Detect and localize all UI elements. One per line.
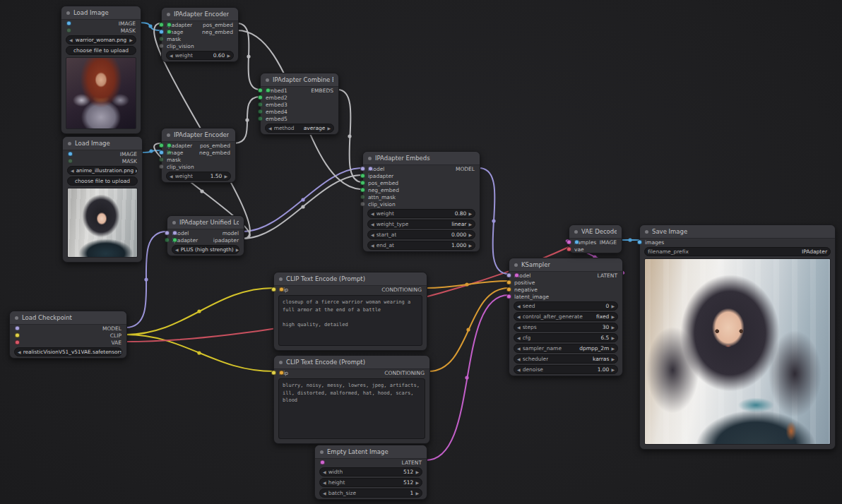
- input-slot-image[interactable]: [159, 150, 164, 155]
- input-slot-embed4[interactable]: [258, 109, 263, 114]
- widget-weight[interactable]: ◀weight1.50▶: [166, 172, 231, 181]
- output-slot-LATENT[interactable]: [514, 273, 519, 278]
- stepper-right-icon[interactable]: ▶: [611, 336, 615, 340]
- widget-start_at[interactable]: ◀start_at0.000▶: [367, 230, 475, 239]
- node-title-bar[interactable]: VAE Decode: [569, 225, 622, 239]
- input-slot-clip_vision[interactable]: [159, 44, 164, 49]
- output-slot-IMAGE[interactable]: [66, 21, 71, 26]
- collapse-dot-icon[interactable]: [320, 450, 324, 454]
- output-slot-MODEL[interactable]: [15, 326, 20, 331]
- stepper-right-icon[interactable]: ▶: [611, 357, 615, 361]
- widget-denoise[interactable]: ◀denoise1.00▶: [514, 365, 618, 374]
- collapse-dot-icon[interactable]: [266, 78, 269, 82]
- input-slot-ipadapter[interactable]: [159, 143, 164, 148]
- widget-weight[interactable]: ◀weight0.60▶: [166, 51, 234, 60]
- stepper-right-icon[interactable]: ▶: [611, 315, 615, 319]
- node-load-image-1[interactable]: Load ImageIMAGEMASK◀warrior_woman.png▶ch…: [61, 6, 141, 134]
- input-slot-mask[interactable]: [159, 157, 164, 162]
- node-title-bar[interactable]: Save Image: [640, 225, 835, 239]
- stepper-right-icon[interactable]: ▶: [611, 325, 615, 330]
- output-slot-VAE[interactable]: [15, 340, 20, 345]
- node-load-image-2[interactable]: Load ImageIMAGEMASK◀anime_illustration.p…: [62, 136, 143, 263]
- output-slot-model[interactable]: [172, 231, 177, 236]
- input-slot-attn_mask[interactable]: [360, 195, 365, 200]
- stepper-left-icon[interactable]: ◀: [71, 169, 74, 173]
- node-title-bar[interactable]: Load Image: [61, 6, 141, 20]
- input-slot-model[interactable]: [506, 273, 511, 278]
- stepper-left-icon[interactable]: ◀: [517, 336, 521, 340]
- stepper-left-icon[interactable]: ◀: [371, 233, 374, 237]
- stepper-right-icon[interactable]: ▶: [468, 222, 472, 227]
- stepper-left-icon[interactable]: ◀: [371, 222, 374, 227]
- stepper-left-icon[interactable]: ◀: [170, 54, 173, 58]
- collapse-dot-icon[interactable]: [279, 361, 283, 364]
- stepper-left-icon[interactable]: ◀: [517, 347, 521, 351]
- input-slot-images[interactable]: [637, 240, 642, 245]
- widget-method[interactable]: ◀methodaverage▶: [265, 124, 334, 133]
- stepper-right-icon[interactable]: ▶: [611, 304, 615, 308]
- input-slot-clip[interactable]: [271, 371, 276, 376]
- output-slot-MASK[interactable]: [66, 28, 71, 33]
- output-slot-ipadapter[interactable]: [172, 238, 177, 243]
- input-slot-negative[interactable]: [506, 287, 511, 292]
- node-empty-latent-image[interactable]: Empty Latent ImageLATENT◀width512▶◀heigh…: [314, 445, 427, 500]
- stepper-right-icon[interactable]: ▶: [468, 212, 472, 216]
- stepper-left-icon[interactable]: ◀: [18, 350, 21, 354]
- widget-value[interactable]: ◀anime_illustration.png▶: [67, 166, 138, 175]
- stepper-left-icon[interactable]: ◀: [371, 244, 374, 248]
- input-slot-embed1[interactable]: [258, 88, 263, 93]
- widget-height[interactable]: ◀height512▶: [319, 478, 422, 487]
- upload-button[interactable]: choose file to upload: [67, 176, 138, 186]
- stepper-left-icon[interactable]: ◀: [268, 126, 272, 131]
- prompt-text[interactable]: blurry, noisy, messy, lowres, jpeg, arti…: [278, 378, 425, 439]
- output-slot-MASK[interactable]: [68, 159, 73, 164]
- output-slot-IMAGE[interactable]: [68, 152, 73, 157]
- node-ipadapter-encoder-2[interactable]: IPAdapter Encoderipadapterpos_embedimage…: [161, 128, 236, 183]
- stepper-right-icon[interactable]: ▶: [415, 491, 419, 496]
- node-title-bar[interactable]: CLIP Text Encode (Prompt): [274, 272, 427, 286]
- stepper-left-icon[interactable]: ◀: [517, 315, 521, 319]
- input-slot-ipadapter[interactable]: [165, 238, 170, 243]
- node-graph-canvas[interactable]: Load ImageIMAGEMASK◀warrior_woman.png▶ch…: [0, 0, 842, 504]
- output-slot-CONDITIONING[interactable]: [279, 287, 284, 292]
- input-slot-samples[interactable]: [567, 240, 571, 245]
- input-slot-positive[interactable]: [506, 280, 511, 285]
- stepper-left-icon[interactable]: ◀: [517, 304, 521, 308]
- input-slot-clip_vision[interactable]: [159, 164, 164, 169]
- stepper-right-icon[interactable]: ▶: [227, 54, 230, 58]
- widget-scheduler[interactable]: ◀schedulerkarras▶: [514, 354, 618, 364]
- collapse-dot-icon[interactable]: [279, 277, 283, 281]
- stepper-right-icon[interactable]: ▶: [224, 174, 227, 179]
- stepper-right-icon[interactable]: ▶: [468, 244, 472, 248]
- node-save-image[interactable]: Save Imageimagesfilename_prefixIPAdapter: [639, 224, 836, 450]
- input-slot-clip[interactable]: [271, 287, 276, 292]
- node-title-bar[interactable]: Load Checkpoint: [10, 311, 126, 325]
- collapse-dot-icon[interactable]: [167, 13, 170, 16]
- output-slot-EMBEDS[interactable]: [266, 88, 271, 93]
- input-slot-clip_vision[interactable]: [360, 202, 365, 207]
- node-load-checkpoint[interactable]: Load CheckpointMODELCLIPVAE◀realisticVis…: [9, 311, 127, 359]
- output-slot-MODEL[interactable]: [368, 167, 373, 172]
- collapse-dot-icon[interactable]: [15, 316, 18, 320]
- collapse-dot-icon[interactable]: [368, 157, 372, 160]
- node-vae-decode[interactable]: VAE DecodesamplesIMAGEvae: [569, 224, 622, 253]
- stepper-left-icon[interactable]: ◀: [175, 248, 179, 252]
- collapse-dot-icon[interactable]: [172, 221, 176, 224]
- input-slot-latent_image[interactable]: [506, 294, 511, 299]
- widget-value[interactable]: ◀realisticVisionV51_v51VAE.safetensors▶: [14, 347, 122, 356]
- widget-batch_size[interactable]: ◀batch_size1▶: [319, 488, 422, 498]
- upload-button[interactable]: choose file to upload: [66, 46, 136, 55]
- node-title-bar[interactable]: IPAdapter Encoder: [162, 128, 235, 142]
- input-slot-vae[interactable]: [567, 247, 571, 252]
- node-ipadapter-encoder-1[interactable]: IPAdapter Encoderipadapterpos_embedimage…: [161, 7, 239, 62]
- node-clip-text-encode-positive[interactable]: CLIP Text Encode (Prompt)clipCONDITIONIN…: [273, 272, 427, 351]
- node-title-bar[interactable]: KSampler: [509, 258, 622, 272]
- input-slot-model[interactable]: [165, 231, 170, 236]
- stepper-right-icon[interactable]: ▶: [415, 470, 419, 474]
- output-slot-LATENT[interactable]: [320, 460, 325, 465]
- node-title-bar[interactable]: Empty Latent Image: [315, 445, 427, 459]
- node-clip-text-encode-negative[interactable]: CLIP Text Encode (Prompt)clipCONDITIONIN…: [273, 355, 430, 444]
- output-slot-neg_embed[interactable]: [167, 150, 172, 155]
- node-ipadapter-combine-embeds[interactable]: IPAdapter Combine Embedsembed1EMBEDSembe…: [260, 73, 339, 135]
- collapse-dot-icon[interactable]: [68, 142, 71, 145]
